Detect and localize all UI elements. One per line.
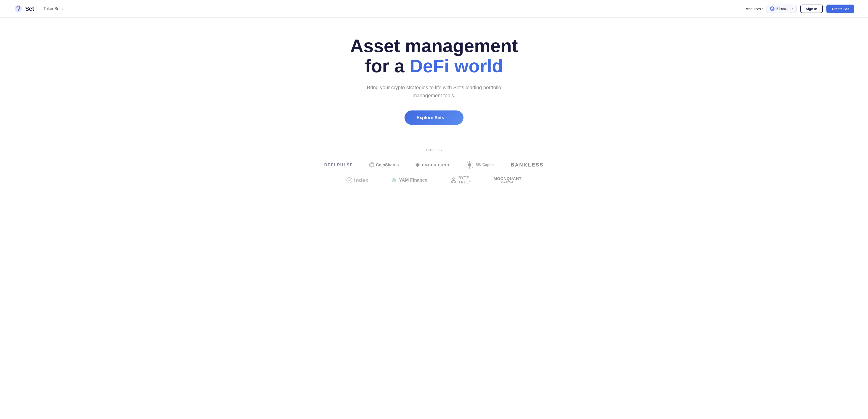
defi-pulse-text: DEFI PULSE [324,162,353,168]
arrow-icon: → [447,115,452,120]
moonquant-capital-text: CAPITAL [494,181,522,184]
chevron-down-icon: ▾ [762,7,763,10]
yam-finance-logo: YAM Finance [391,177,427,183]
moonquant-logo: MOONQUANT CAPITAL [494,177,522,184]
resources-label: Resources [744,7,761,11]
svg-point-17 [454,181,456,182]
svg-point-3 [468,163,471,167]
ember-diamond-icon [415,162,420,168]
coinshares-icon [369,162,374,168]
svg-point-16 [451,181,453,182]
network-selector[interactable]: Ethereum ▾ [767,5,797,13]
ethereum-icon [770,6,775,11]
logo-set-label: Set [25,5,34,12]
bytetree-icon [450,177,457,183]
bytetree-text: BYTETREE® [459,176,471,184]
svg-point-1 [370,163,373,167]
defi-pulse-logo: DEFI PULSE [324,162,353,168]
ember-fund-text: EMBER FUND [422,163,450,167]
trusted-label: Trusted by [426,148,442,152]
yam-leaf-icon [391,177,397,183]
bytetree-text-container: BYTETREE® [459,176,471,184]
hero-title-defi: DeFi world [409,56,503,76]
hero-title: Asset management for a DeFi world [350,36,518,76]
resources-button[interactable]: Resources ▾ [744,7,763,11]
hero-title-line2-plain: for a [365,56,410,76]
yam-finance-text: YAM Finance [399,178,427,183]
coinshares-logo: CoinShares [369,162,399,168]
sw-capital-text: SW Capital [475,163,495,167]
explore-sets-button[interactable]: Explore Sets → [405,111,463,125]
svg-line-9 [472,167,473,168]
moonquant-text: MOONQUANT [494,177,522,181]
trusted-section: Trusted by DEFI PULSE CoinShares EMBER F… [0,139,868,191]
hero-section: Asset management for a DeFi world Bring … [0,18,868,139]
partners-row-2: Index YAM Finance BYTETREE® [14,176,854,184]
navbar-right: Resources ▾ Ethereum ▾ Sign In Create Se… [744,5,854,13]
bankless-logo: BANKLESS [510,162,544,168]
bytetree-logo: BYTETREE® [450,176,471,184]
index-logo: Index [346,177,368,183]
hero-title-line1: Asset management [350,36,518,56]
svg-point-0 [18,10,19,11]
svg-point-13 [453,178,454,180]
svg-marker-2 [415,162,420,167]
ember-fund-logo: EMBER FUND [415,162,450,168]
moonquant-stack: MOONQUANT CAPITAL [494,177,522,184]
logo-tokensets-label: TokenSets [43,6,63,11]
navbar: Set TokenSets Resources ▾ Ethereum ▾ Sig… [0,0,868,18]
partners-row-1: DEFI PULSE CoinShares EMBER FUND [14,161,854,169]
index-text: Index [354,177,368,183]
coinshares-text: CoinShares [376,162,399,168]
network-name: Ethereum [776,7,790,10]
svg-line-10 [472,162,473,163]
sw-capital-logo: SW Capital [466,161,495,169]
set-logo-icon [14,4,23,13]
create-set-button[interactable]: Create Set [827,5,854,13]
hero-subtitle: Bring your crypto strategies to life wit… [366,84,502,99]
network-chevron-icon: ▾ [792,7,793,10]
signin-button[interactable]: Sign In [800,5,823,13]
logo-container: Set TokenSets [14,4,63,13]
svg-line-8 [467,162,468,163]
index-circle-icon [346,177,352,183]
explore-sets-label: Explore Sets [416,115,444,120]
sw-sun-icon [466,161,474,169]
bankless-text: BANKLESS [510,162,544,168]
svg-line-11 [467,167,468,168]
